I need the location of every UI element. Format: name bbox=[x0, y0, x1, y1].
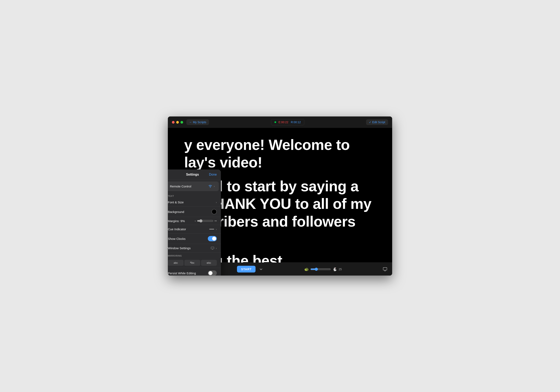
speed-slider[interactable] bbox=[310, 268, 331, 271]
settings-title: Settings bbox=[176, 173, 209, 176]
background-row[interactable]: Background bbox=[168, 207, 221, 217]
show-clocks-thumb bbox=[212, 237, 216, 241]
show-clocks-label: Show Clocks bbox=[168, 237, 186, 241]
fullscreen-button[interactable] bbox=[180, 121, 183, 124]
remote-control-row[interactable]: Remote Control › bbox=[168, 181, 219, 191]
svg-rect-6 bbox=[211, 247, 214, 249]
timer-elapsed: E:00:22 bbox=[279, 121, 288, 124]
window-settings-row[interactable]: Window Settings › bbox=[168, 244, 221, 252]
window-settings-chevron: › bbox=[216, 247, 217, 250]
cue-line-icon bbox=[209, 229, 214, 230]
font-size-label: Font & Size bbox=[168, 201, 184, 204]
timer-display: E:00:22 R:00:12 bbox=[271, 119, 304, 125]
fast-speed-icon: 🐇 bbox=[332, 267, 337, 271]
margins-small-icon: ▪ bbox=[195, 220, 196, 222]
background-color-swatch[interactable] bbox=[211, 209, 217, 214]
close-button[interactable] bbox=[172, 121, 175, 124]
settings-header: Settings Done bbox=[168, 170, 221, 180]
toolbar-center: START bbox=[237, 266, 264, 272]
persist-editing-label: Persist While Editing bbox=[168, 271, 196, 275]
app-window: ← My Scripts E:00:22 R:00:12 ✓ Edit Scri… bbox=[168, 116, 392, 276]
mirror-normal-btn[interactable]: abc bbox=[168, 260, 184, 266]
timer-remaining: R:00:12 bbox=[291, 121, 301, 124]
margins-slider[interactable] bbox=[197, 219, 213, 222]
back-button[interactable]: ← My Scripts bbox=[186, 119, 209, 125]
scroll-down-icon-btn[interactable] bbox=[258, 266, 264, 272]
edit-script-button[interactable]: ✓ Edit Script bbox=[366, 119, 388, 125]
persist-editing-toggle[interactable] bbox=[208, 271, 217, 276]
window-settings-label: Window Settings bbox=[168, 246, 191, 250]
toolbar-right bbox=[382, 266, 388, 272]
show-clocks-toggle[interactable] bbox=[208, 236, 217, 241]
monitor-icon-btn[interactable] bbox=[382, 266, 388, 272]
title-bar: ← My Scripts E:00:22 R:00:12 ✓ Edit Scri… bbox=[168, 116, 392, 128]
font-size-chevron: › bbox=[216, 201, 217, 204]
persist-editing-thumb bbox=[209, 271, 212, 275]
speed-slider-container: 🐢 🐇 25 bbox=[304, 267, 342, 271]
settings-panel: Settings Done Remote Control › TEXT Font… bbox=[168, 170, 221, 276]
minimize-button[interactable] bbox=[176, 121, 179, 124]
mirror-vertical-btn[interactable]: əbc bbox=[201, 260, 217, 266]
show-clocks-row: Show Clocks bbox=[168, 233, 221, 244]
section-text-label: TEXT bbox=[168, 193, 221, 198]
settings-done-button[interactable]: Done bbox=[209, 173, 217, 176]
remote-control-label: Remote Control bbox=[170, 185, 191, 188]
text-line-1: y everyone! Welcome to bbox=[184, 136, 376, 154]
background-label: Background bbox=[168, 210, 184, 213]
cue-indicator-label: Cue Indicator bbox=[168, 227, 186, 231]
svg-rect-2 bbox=[383, 267, 387, 270]
mirror-horizontal-btn[interactable]: ꟼbc bbox=[184, 260, 200, 266]
persist-editing-row: Persist While Editing bbox=[168, 268, 221, 276]
traffic-lights bbox=[172, 121, 183, 124]
wifi-icon bbox=[209, 184, 212, 188]
margins-row: Margins: 9% ▪ ▪▪ bbox=[168, 217, 221, 225]
mirroring-buttons: abc ꟼbc əbc bbox=[168, 258, 221, 268]
margins-large-icon: ▪▪ bbox=[215, 219, 217, 223]
window-settings-icon bbox=[211, 247, 214, 250]
cue-chevron: › bbox=[216, 228, 217, 231]
svg-point-5 bbox=[210, 187, 211, 188]
cue-indicator-row[interactable]: Cue Indicator › bbox=[168, 225, 221, 233]
font-size-row[interactable]: Font & Size › bbox=[168, 198, 221, 207]
margins-label: Margins: 9% bbox=[168, 219, 185, 223]
speed-value: 25 bbox=[339, 268, 342, 271]
text-line-2: lay's video! bbox=[184, 154, 376, 171]
start-button[interactable]: START bbox=[237, 266, 256, 272]
section-mirroring-label: MIRRORING bbox=[168, 252, 221, 258]
remote-chevron: › bbox=[214, 185, 215, 188]
slow-speed-icon: 🐢 bbox=[304, 267, 309, 271]
timer-dot bbox=[274, 121, 276, 123]
